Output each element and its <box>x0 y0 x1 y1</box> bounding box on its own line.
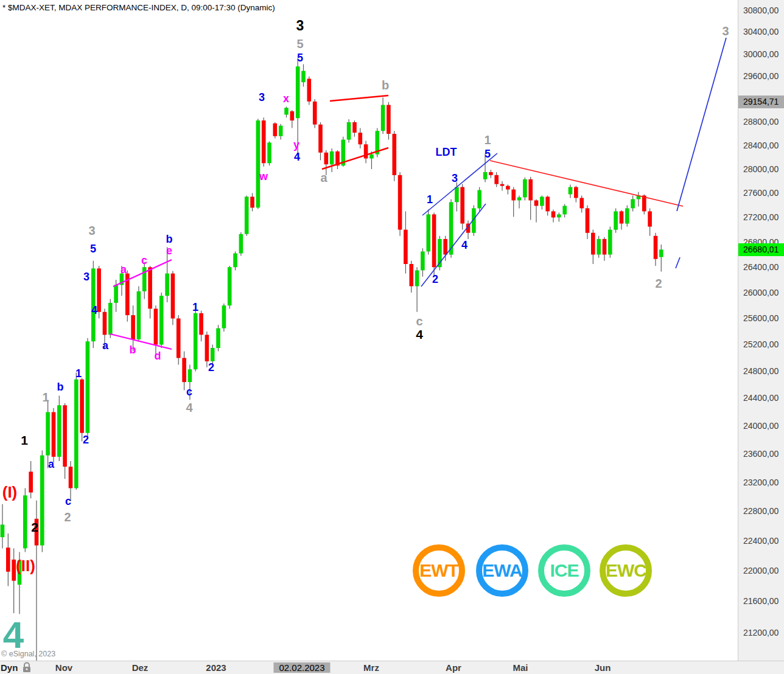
wave-label-2-blue: 2 <box>208 362 214 373</box>
candle-body <box>222 305 226 328</box>
logo-ice: ICE <box>538 544 590 597</box>
time-axis[interactable]: Dyn NovDez202302.02.2023MrzAprMaiJun <box>0 661 784 674</box>
candle-body <box>574 187 578 198</box>
logo-ewc: EWC <box>600 544 652 597</box>
candle-body <box>364 144 368 158</box>
candle-body <box>80 380 84 433</box>
candle-body <box>108 303 113 335</box>
candle-body <box>6 547 10 572</box>
lock-icon[interactable] <box>22 662 32 674</box>
wave-label-1-blue: 1 <box>427 194 433 205</box>
candlestick-chart-area[interactable]: * $MDAX-XET, MDAX PERFORMANCE-INDEX, D, … <box>0 0 738 661</box>
candle-body <box>301 71 306 83</box>
candle-body <box>23 495 27 548</box>
small-blue-tick-trendline[interactable] <box>676 257 680 268</box>
candle-body <box>517 197 522 200</box>
wave-label-2-black: 2 <box>31 521 38 533</box>
candle-body <box>165 274 169 296</box>
projection-blue-trendline[interactable] <box>677 38 726 211</box>
candle-body <box>296 66 300 118</box>
candle-body <box>313 102 317 125</box>
ldt-lower-blue-trendline[interactable] <box>421 204 486 287</box>
wave-label-5-blue: 5 <box>297 52 303 63</box>
candle-body <box>262 120 266 163</box>
candle-body <box>398 175 402 230</box>
candle-body <box>233 254 237 268</box>
candle-body <box>500 184 505 186</box>
price-tick: 24800,00 <box>743 366 779 377</box>
candle-body <box>307 79 312 102</box>
price-tick: 21600,00 <box>743 596 779 606</box>
chart-title: * $MDAX-XET, MDAX PERFORMANCE-INDEX, D, … <box>2 3 275 12</box>
candle-body <box>114 285 118 303</box>
candle-body <box>460 187 464 224</box>
wave-label-b-gray: b <box>382 79 389 91</box>
price-tick: 25200,00 <box>743 339 779 350</box>
candle-body <box>142 267 147 291</box>
price-tick: 28400,00 <box>743 141 779 151</box>
candle-body <box>591 233 595 255</box>
candle-body <box>545 196 550 211</box>
candle-body <box>483 172 488 179</box>
candle-body <box>477 190 481 209</box>
candle-body <box>427 214 431 251</box>
candle-body <box>620 211 624 223</box>
wave-label-d-magenta: d <box>155 350 161 361</box>
candle-body <box>284 108 289 114</box>
candle-body <box>654 236 658 259</box>
dyn-button[interactable]: Dyn <box>1 662 18 673</box>
wave-label-5-blue: 5 <box>485 148 491 159</box>
candle-body <box>148 267 152 308</box>
price-tick: 21200,00 <box>743 628 779 638</box>
time-tick: Nov <box>55 662 72 673</box>
price-tick: 23200,00 <box>743 478 779 488</box>
wave-label-1-blue: 1 <box>75 368 82 379</box>
candle-body <box>159 296 164 344</box>
esignal-chart-window: { "title": "* $MDAX-XET, MDAX PERFORMANC… <box>0 0 784 674</box>
candle-body <box>579 198 584 208</box>
ldt-upper-blue-trendline[interactable] <box>422 153 497 215</box>
price-tick: 24000,00 <box>743 421 779 431</box>
price-tick: 29600,00 <box>743 71 779 82</box>
candle-body <box>182 358 186 382</box>
wave-label-4-teal: 4 <box>3 616 24 654</box>
wave-label-y-magenta: y <box>293 139 299 150</box>
candle-body <box>63 405 67 467</box>
candle-body <box>57 405 61 457</box>
candle-body <box>562 206 567 214</box>
wave-label-4-blue: 4 <box>461 240 467 251</box>
candle-body <box>211 348 215 361</box>
time-tick: Mai <box>513 662 528 673</box>
price-tick: 24400,00 <box>743 393 779 403</box>
flat-upper-red-trendline[interactable] <box>330 96 388 101</box>
wave-label-a-gray: a <box>320 172 327 184</box>
wave-label-5-gray: 5 <box>296 38 303 50</box>
time-tick: Dez <box>132 662 149 673</box>
candle-body <box>177 319 181 358</box>
wave-label-b-magenta: b <box>130 344 136 355</box>
candle-body <box>557 214 561 217</box>
wave-label-a-magenta: a <box>121 264 127 275</box>
wave-label-1-gray: 1 <box>484 134 491 146</box>
candle-body <box>443 239 447 255</box>
candle-body <box>69 467 73 488</box>
wave-label-w-magenta: w <box>259 171 268 182</box>
price-axis[interactable]: 30800,0030400,0030000,0029600,0028800,00… <box>738 0 784 661</box>
price-tick: 27200,00 <box>743 212 779 223</box>
candle-body <box>40 456 44 546</box>
candle-body <box>625 208 629 223</box>
wave-label-c-magenta: c <box>141 255 147 266</box>
price-tick: 30800,00 <box>743 5 779 16</box>
candle-body <box>404 230 408 264</box>
candle-body <box>506 186 510 190</box>
time-tick: Apr <box>446 662 461 673</box>
wave-label-3-blue: 3 <box>259 92 265 103</box>
candle-body <box>359 133 363 144</box>
candle-body <box>603 239 607 255</box>
candle-body <box>648 211 652 226</box>
wave-label-4-gray: 4 <box>186 401 192 414</box>
last-price-tag: 26680,01 <box>738 243 784 256</box>
candle-body <box>137 291 141 339</box>
candle-body <box>381 105 385 131</box>
candle-body <box>46 412 50 456</box>
